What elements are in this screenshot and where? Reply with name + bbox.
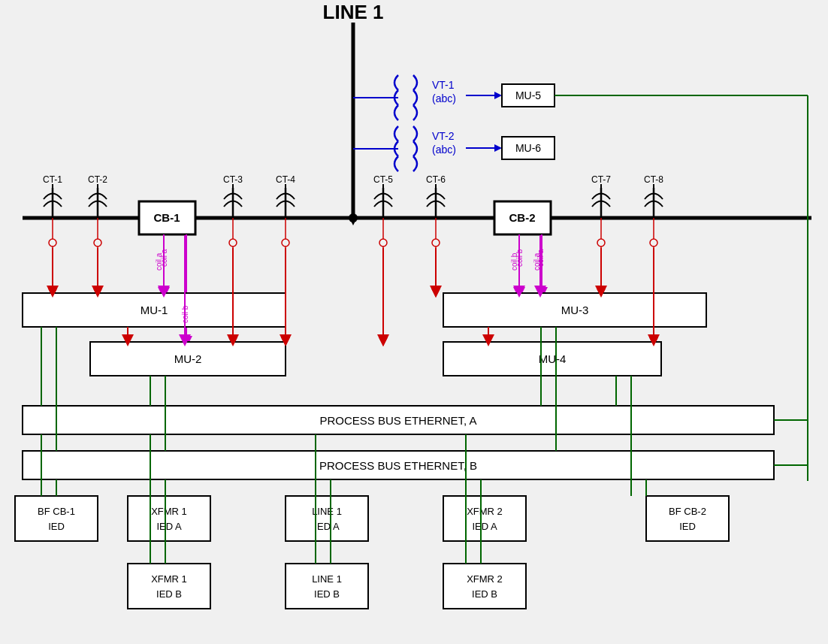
ct4-label: CT-4 (276, 174, 295, 185)
svg-point-53 (650, 239, 657, 246)
cb1-label: CB-1 (153, 211, 180, 224)
bf-cb1-line2: IED (48, 521, 65, 532)
diagram: LINE 1 VT-1 (abc) MU-5 VT-2 (abc) MU-6 (0, 0, 828, 644)
svg-rect-67 (15, 496, 98, 541)
process-bus-b-label: PROCESS BUS ETHERNET, B (319, 459, 477, 472)
svg-point-37 (379, 239, 387, 246)
svg-marker-9 (494, 144, 502, 152)
xfmr2-b-line1: XFMR 2 (467, 573, 503, 585)
mu6-label: MU-6 (515, 142, 541, 154)
ct1-label: CT-1 (43, 174, 62, 185)
mu5-label: MU-5 (515, 89, 541, 101)
ct5-label: CT-5 (373, 174, 393, 185)
xfmr1-a-line1: XFMR 1 (151, 506, 187, 517)
svg-marker-5 (494, 92, 502, 99)
mu2-label: MU-2 (174, 352, 202, 365)
cb2-label: CB-2 (509, 211, 535, 224)
xfmr1-b-line2: IED B (156, 588, 182, 600)
svg-point-42 (432, 239, 440, 246)
xfmr1-b-line1: XFMR 1 (151, 573, 187, 585)
coil-b-label-cb2: coil b (515, 249, 524, 267)
ct6-label: CT-6 (426, 174, 446, 185)
xfmr1-a-line2: IED A (156, 521, 182, 532)
line1-b-line2: IED B (314, 588, 340, 600)
line1-b-line1: LINE 1 (312, 573, 342, 585)
svg-point-21 (94, 239, 101, 246)
bf-cb2-line1: BF CB-2 (669, 506, 706, 517)
ct8-label: CT-8 (644, 174, 663, 185)
process-bus-a-label: PROCESS BUS ETHERNET, A (319, 414, 476, 427)
xfmr2-b-line2: IED B (472, 588, 497, 600)
vt2-sub-label: (abc) (432, 144, 456, 156)
ct3-label: CT-3 (223, 174, 243, 185)
vt1-label: VT-1 (432, 79, 455, 91)
line1-a-line1: LINE 1 (312, 506, 342, 517)
ct7-label: CT-7 (591, 174, 611, 185)
line1-a-line2: IED A (314, 521, 340, 532)
coil-b-label-cb1: coil b (181, 305, 189, 323)
mu3-label: MU-3 (561, 304, 589, 316)
svg-rect-74 (443, 564, 526, 609)
bf-cb2-line2: IED (679, 521, 696, 532)
svg-rect-70 (443, 496, 526, 541)
svg-point-56 (349, 213, 358, 222)
svg-rect-73 (286, 564, 368, 609)
bf-cb1-line1: BF CB-1 (38, 506, 75, 517)
svg-rect-69 (286, 496, 368, 541)
coil-a-label-cb1: coil a (160, 249, 168, 267)
vt1-sub-label: (abc) (432, 92, 456, 104)
svg-point-16 (49, 239, 56, 246)
ct2-label: CT-2 (88, 174, 107, 185)
svg-point-27 (229, 239, 237, 246)
svg-rect-68 (128, 496, 210, 541)
coil-a-label-cb2: coil a (536, 249, 545, 267)
mu4-label: MU-4 (539, 352, 567, 365)
xfmr2-a-line1: XFMR 2 (467, 506, 503, 517)
svg-rect-72 (128, 564, 210, 609)
svg-point-32 (282, 239, 289, 246)
svg-rect-71 (646, 496, 729, 541)
vt2-label: VT-2 (432, 130, 455, 142)
svg-point-48 (597, 239, 605, 246)
xfmr2-a-line2: IED A (472, 521, 497, 532)
mu1-label: MU-1 (141, 304, 168, 316)
line-title: LINE 1 (323, 1, 384, 23)
main-svg: LINE 1 VT-1 (abc) MU-5 VT-2 (abc) MU-6 (0, 0, 828, 644)
